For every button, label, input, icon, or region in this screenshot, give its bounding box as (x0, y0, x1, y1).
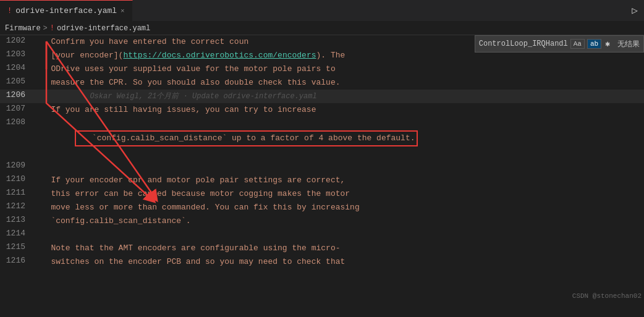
line-1204: 1204 ODrive uses your supplied value for… (0, 62, 644, 76)
tab-warning-icon: ! (7, 7, 12, 15)
app-container: ! odrive-interface.yaml × ▷ Firmware > !… (0, 0, 644, 317)
line-num-1203: 1203 (0, 49, 34, 59)
search-option-aa[interactable]: Aa (570, 39, 585, 49)
tab-filename: odrive-interface.yaml (15, 6, 117, 15)
line-num-1209: 1209 (0, 160, 34, 170)
line-content-1212: move less or more than commanded. You ca… (34, 201, 644, 214)
line-num-1214: 1214 (0, 228, 34, 238)
line-num-1210: 1210 (0, 174, 34, 184)
search-star-icon[interactable]: ✱ (604, 39, 611, 49)
line-num-1211: 1211 (0, 187, 34, 197)
line-num-1206: 1206 (0, 90, 34, 99)
line-content-1207: If you are still having issues, you can … (34, 103, 644, 117)
run-icon[interactable]: ▷ (632, 4, 644, 17)
line-num-1202: 1202 (0, 35, 34, 45)
line-1211: 1211 this error can be caused because mo… (0, 187, 644, 201)
breadcrumb: Firmware > ! odrive-interface.yaml Contr… (0, 22, 644, 35)
line-num-1216: 1216 (0, 255, 34, 265)
line-num-1215: 1215 (0, 242, 34, 251)
line-num-1204: 1204 (0, 62, 34, 72)
tab-bar: ! odrive-interface.yaml × ▷ (0, 0, 644, 22)
tab-odrive-interface[interactable]: ! odrive-interface.yaml × (0, 0, 133, 22)
line-1214: 1214 (0, 228, 644, 242)
search-bar[interactable]: ControlLoop_IRQHandl Aa ab ✱ 无结果 (475, 35, 644, 53)
search-breadcrumb-path: ControlLoop_IRQHandl (479, 40, 568, 48)
line-num-1205: 1205 (0, 76, 34, 86)
line-1212: 1212 move less or more than commanded. Y… (0, 201, 644, 214)
watermark: CSDN @stonechan02 (572, 292, 642, 300)
line-1205: 1205 measure the CPR. So you should also… (0, 76, 644, 90)
line-content-1205: measure the CPR. So you should also doub… (34, 76, 644, 90)
line-1213: 1213 `config.calib_scan_distance`. (0, 214, 644, 228)
line-1209: 1209 (0, 160, 644, 174)
line-num-1213: 1213 (0, 214, 34, 224)
line-content-1213: `config.calib_scan_distance`. (34, 214, 644, 228)
line-content-1210: If your encoder cpr and motor pole pair … (34, 174, 644, 187)
breadcrumb-firmware[interactable]: Firmware (5, 24, 41, 33)
line-1206: 1206 Oskar Weigl, 21个月前 · Update odrive-… (0, 90, 644, 103)
breadcrumb-filename[interactable]: odrive-interface.yaml (57, 24, 150, 33)
line-num-1208: 1208 (0, 117, 34, 127)
line-num-1212: 1212 (0, 201, 34, 211)
search-result: 无结果 (617, 39, 640, 49)
line-1210: 1210 If your encoder cpr and motor pole … (0, 174, 644, 187)
line-content-1216: switches on the encoder PCB and so you m… (34, 255, 644, 269)
tab-close-icon[interactable]: × (121, 7, 125, 15)
line-1207: 1207 If you are still having issues, you… (0, 103, 644, 117)
breadcrumb-warning: ! (50, 24, 54, 33)
line-content-1204: ODrive uses your supplied value for the … (34, 62, 644, 76)
line-1215: 1215 Note that the AMT encoders are conf… (0, 242, 644, 255)
search-option-ab[interactable]: ab (587, 39, 601, 49)
line-1208: 1208 `config.calib_scan_distance` up to … (0, 117, 644, 160)
line-content-1206: Oskar Weigl, 21个月前 · Update odrive-inter… (34, 90, 644, 103)
line-content-1208: `config.calib_scan_distance` up to a fac… (34, 117, 644, 160)
line-num-1207: 1207 (0, 103, 34, 113)
line-1216: 1216 switches on the encoder PCB and so … (0, 255, 644, 269)
line-content-1211: this error can be caused because motor c… (34, 187, 644, 201)
line-content-1215: Note that the AMT encoders are configura… (34, 242, 644, 255)
editor: 1202 Confirm you have entered the correc… (0, 35, 644, 317)
breadcrumb-sep1: > (43, 24, 48, 33)
